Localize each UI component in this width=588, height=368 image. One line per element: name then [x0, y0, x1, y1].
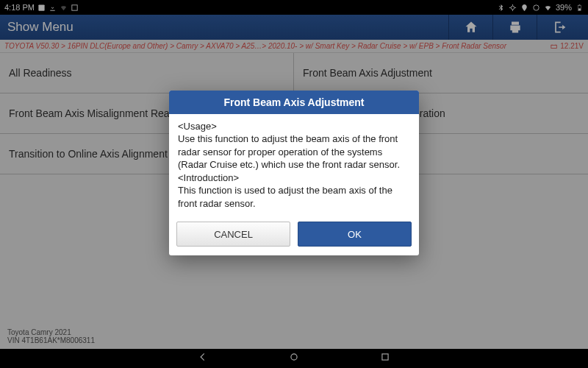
dialog-title: Front Beam Axis Adjustment: [169, 91, 419, 114]
modal-overlay: Front Beam Axis Adjustment <Usage> Use t…: [0, 0, 588, 368]
dialog-front-beam-adjustment: Front Beam Axis Adjustment <Usage> Use t…: [169, 91, 419, 256]
ok-button[interactable]: OK: [298, 222, 412, 247]
cancel-button[interactable]: CANCEL: [176, 222, 290, 247]
dialog-body: <Usage> Use this function to adjust the …: [169, 114, 419, 222]
